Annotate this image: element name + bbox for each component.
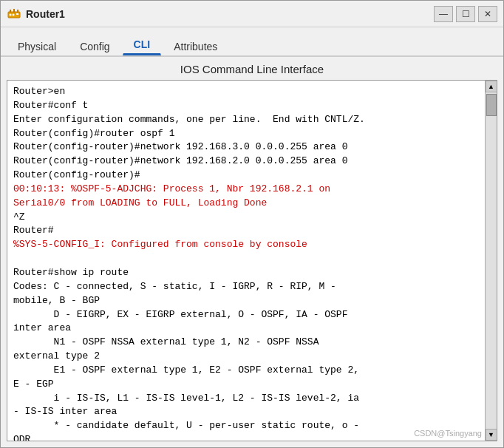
cli-line: ^Z — [13, 211, 25, 223]
router-icon — [7, 7, 21, 21]
scroll-up-button[interactable]: ▲ — [486, 81, 497, 92]
minimize-button[interactable]: — — [434, 6, 453, 22]
restore-button[interactable]: ☐ — [456, 6, 475, 22]
cli-line: Router(config)#router ospf 1 — [13, 128, 174, 139]
scrollbar[interactable]: ▲ ▼ — [485, 81, 497, 441]
cli-line: external type 2 — [13, 350, 100, 362]
tab-config[interactable]: Config — [69, 37, 120, 55]
tab-attributes[interactable]: Attributes — [163, 37, 228, 55]
cli-line: D - EIGRP, EX - EIGRP external, O - OSPF… — [13, 309, 347, 320]
svg-point-2 — [13, 13, 15, 16]
cli-line: Codes: C - connected, S - static, I - IG… — [13, 281, 336, 292]
svg-rect-4 — [10, 10, 11, 13]
cli-line: i - IS-IS, L1 - IS-IS level-1, L2 - IS-I… — [13, 393, 359, 404]
watermark: CSDN@Tsingyang — [414, 429, 482, 438]
cli-line: Router>en — [13, 86, 65, 97]
cli-line: Router(config-router)#network 192.168.2.… — [13, 155, 347, 166]
cli-line: %SYS-5-CONFIG_I: Configured from console… — [13, 239, 307, 250]
cli-line: Router#conf t — [13, 100, 88, 111]
svg-point-1 — [10, 13, 12, 16]
cli-line: N1 - OSPF NSSA external type 1, N2 - OSP… — [13, 336, 319, 347]
tab-bar: Physical Config CLI Attributes — [1, 27, 503, 57]
cli-line: Router#show ip route — [13, 267, 129, 278]
svg-rect-6 — [17, 10, 18, 13]
tab-cli[interactable]: CLI — [123, 35, 162, 55]
section-title: IOS Command Line Interface — [1, 57, 503, 80]
cli-line: Router(config-router)# — [13, 169, 140, 180]
window-controls: — ☐ ✕ — [434, 6, 497, 22]
cli-line: * - candidate default, U - per-user stat… — [13, 420, 359, 431]
cli-line: Router# — [13, 225, 54, 236]
scroll-down-button[interactable]: ▼ — [486, 429, 497, 441]
svg-rect-3 — [16, 13, 18, 15]
cli-line: ODR — [13, 434, 30, 441]
cli-line: Router(config-router)#network 192.168.3.… — [13, 141, 347, 152]
window-title: Router1 — [26, 8, 65, 20]
cli-output[interactable]: Router>en Router#conf t Enter configurat… — [7, 81, 485, 441]
title-bar: Router1 — ☐ ✕ — [1, 1, 503, 27]
svg-rect-5 — [13, 9, 15, 13]
cli-line: inter area — [13, 322, 71, 333]
title-bar-left: Router1 — [7, 7, 65, 21]
cli-line: mobile, B - BGP — [13, 295, 100, 306]
cli-area: Router>en Router#conf t Enter configurat… — [7, 80, 497, 441]
cli-line: E1 - OSPF external type 1, E2 - OSPF ext… — [13, 364, 359, 376]
cli-line: 00:10:13: %OSPF-5-ADJCHG: Process 1, Nbr… — [13, 183, 330, 194]
cli-line: Serial0/0 from LOADING to FULL, Loading … — [13, 197, 267, 208]
scroll-thumb[interactable] — [486, 94, 497, 116]
tab-physical[interactable]: Physical — [7, 37, 67, 55]
cli-line: Enter configuration commands, one per li… — [13, 114, 365, 125]
router-window: Router1 — ☐ ✕ Physical Config CLI Attrib… — [0, 0, 504, 448]
cli-line: E - EGP — [13, 379, 54, 390]
close-button[interactable]: ✕ — [478, 6, 497, 22]
cli-line: - IS-IS inter area — [13, 406, 117, 417]
